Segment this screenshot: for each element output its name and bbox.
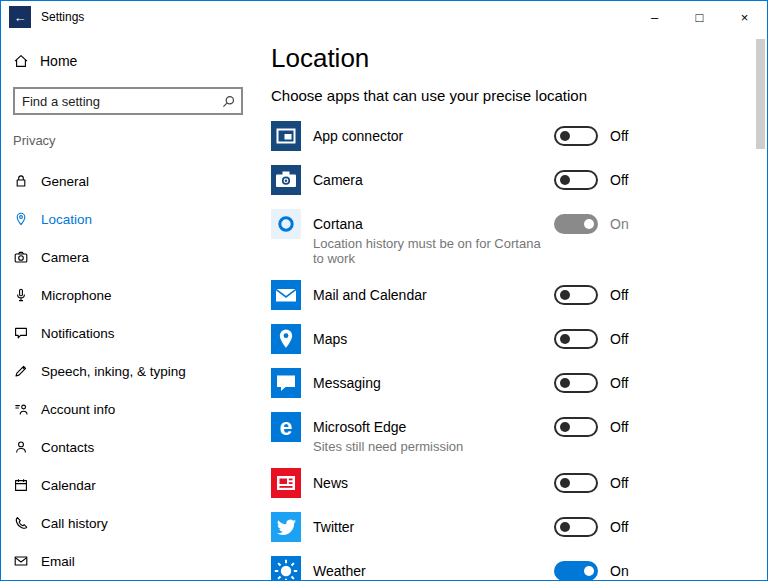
account-info-icon	[13, 401, 29, 417]
sidebar-item-general[interactable]: General	[1, 162, 255, 200]
sidebar-item-call-history[interactable]: Call history	[1, 504, 255, 542]
toggle-wrap: On	[554, 214, 629, 234]
app-info: Cortana Location history must be on for …	[301, 209, 554, 266]
sidebar-item-location[interactable]: Location	[1, 200, 255, 238]
minimize-button[interactable]: –	[632, 1, 677, 33]
privacy-section-label: Privacy	[1, 115, 255, 162]
pen-icon	[13, 363, 29, 379]
sidebar-item-contacts[interactable]: Contacts	[1, 428, 255, 466]
news-tile-icon	[271, 468, 301, 498]
sidebar: Home Privacy General	[1, 33, 255, 580]
back-button[interactable]: ←	[9, 6, 31, 28]
app-info: Weather	[301, 556, 554, 580]
sidebar-item-label: Speech, inking, & typing	[41, 364, 186, 379]
search-icon[interactable]	[215, 94, 241, 109]
toggle-wrap: Off	[554, 170, 628, 190]
sidebar-item-label: General	[41, 174, 89, 189]
notifications-icon	[13, 325, 29, 341]
app-name: Maps	[313, 324, 554, 349]
close-button[interactable]: ×	[722, 1, 767, 33]
app-subtitle: Location history must be on for Cortana …	[313, 236, 551, 266]
app-row-app-connector: App connector Off	[271, 121, 767, 151]
app-row-camera: Camera Off	[271, 165, 767, 195]
microsoft-edge-toggle[interactable]	[554, 417, 598, 437]
settings-window: ← Settings – □ × Home	[0, 0, 768, 581]
toggle-state-label: Off	[610, 287, 628, 303]
app-info: News	[301, 468, 554, 493]
microphone-icon	[13, 287, 29, 303]
twitter-bird-icon	[271, 512, 301, 542]
search-input[interactable]	[15, 89, 215, 113]
toggle-wrap: Off	[554, 373, 628, 393]
toggle-state-label: On	[610, 216, 629, 232]
toggle-wrap: Off	[554, 417, 628, 437]
toggle-wrap: Off	[554, 473, 628, 493]
mail-tile-icon	[271, 280, 301, 310]
app-name: Weather	[313, 556, 554, 580]
sidebar-item-label: Call history	[41, 516, 108, 531]
toggle-wrap: Off	[554, 517, 628, 537]
app-row-mail-and-calendar: Mail and Calendar Off	[271, 280, 767, 310]
maps-toggle[interactable]	[554, 329, 598, 349]
app-name: Twitter	[313, 512, 554, 537]
toggle-wrap: Off	[554, 329, 628, 349]
toggle-state-label: Off	[610, 375, 628, 391]
sidebar-item-camera[interactable]: Camera	[1, 238, 255, 276]
sidebar-nav: General Location Camera	[1, 162, 255, 580]
sidebar-item-home[interactable]: Home	[1, 43, 255, 79]
sidebar-item-account-info[interactable]: Account info	[1, 390, 255, 428]
phone-icon	[13, 515, 29, 531]
toggle-state-label: On	[610, 563, 629, 579]
sidebar-item-notifications[interactable]: Notifications	[1, 314, 255, 352]
maps-tile-icon	[271, 324, 301, 354]
news-toggle[interactable]	[554, 473, 598, 493]
location-settings-page: Location Choose apps that can use your p…	[255, 33, 767, 580]
lock-icon	[13, 173, 29, 189]
sidebar-item-microphone[interactable]: Microphone	[1, 276, 255, 314]
messaging-tile-icon	[271, 368, 301, 398]
app-permission-list: App connector Off Camera	[271, 121, 767, 580]
toggle-wrap: On	[554, 561, 629, 580]
toggle-state-label: Off	[610, 519, 628, 535]
app-subtitle: Sites still need permission	[313, 439, 551, 454]
maximize-button[interactable]: □	[677, 1, 722, 33]
sidebar-item-label: Contacts	[41, 440, 94, 455]
app-connector-tile-icon	[271, 121, 301, 151]
window-controls: – □ ×	[632, 1, 767, 33]
app-info: Mail and Calendar	[301, 280, 554, 305]
titlebar: ← Settings – □ ×	[1, 1, 767, 33]
app-row-cortana: Cortana Location history must be on for …	[271, 209, 767, 266]
sidebar-item-label: Account info	[41, 402, 115, 417]
app-name: Camera	[313, 165, 554, 190]
app-row-weather: Weather On	[271, 556, 767, 580]
app-row-microsoft-edge: e Microsoft Edge Sites still need permis…	[271, 412, 767, 454]
scrollbar[interactable]	[756, 39, 765, 149]
sidebar-item-speech[interactable]: Speech, inking, & typing	[1, 352, 255, 390]
calendar-icon	[13, 477, 29, 493]
sidebar-item-label: Notifications	[41, 326, 115, 341]
page-subtitle: Choose apps that can use your precise lo…	[271, 87, 767, 105]
app-info: Microsoft Edge Sites still need permissi…	[301, 412, 554, 454]
app-info: App connector	[301, 121, 554, 146]
edge-letter-glyph: e	[280, 412, 293, 442]
toggle-wrap: Off	[554, 285, 628, 305]
page-title: Location	[271, 43, 767, 73]
sidebar-item-email[interactable]: Email	[1, 542, 255, 580]
twitter-toggle[interactable]	[554, 517, 598, 537]
messaging-toggle[interactable]	[554, 373, 598, 393]
weather-sun-icon	[271, 556, 301, 580]
app-row-maps: Maps Off	[271, 324, 767, 354]
mail-and-calendar-toggle[interactable]	[554, 285, 598, 305]
app-connector-toggle[interactable]	[554, 126, 598, 146]
camera-toggle[interactable]	[554, 170, 598, 190]
camera-icon	[13, 249, 29, 265]
app-info: Twitter	[301, 512, 554, 537]
location-pin-icon	[13, 211, 29, 227]
sidebar-item-calendar[interactable]: Calendar	[1, 466, 255, 504]
toggle-state-label: Off	[610, 475, 628, 491]
app-name: Microsoft Edge	[313, 412, 554, 437]
weather-toggle[interactable]	[554, 561, 598, 580]
cortana-toggle	[554, 214, 598, 234]
app-info: Maps	[301, 324, 554, 349]
person-icon	[13, 439, 29, 455]
